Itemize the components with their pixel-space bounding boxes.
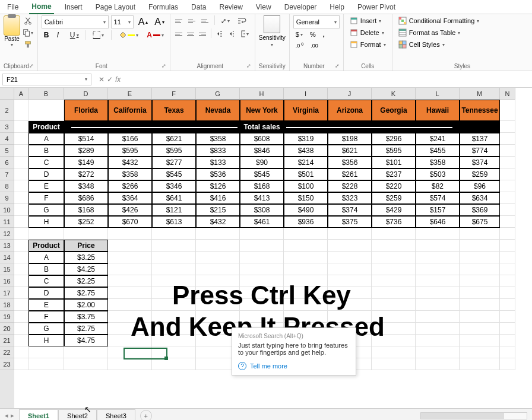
cell-M5[interactable]: $774	[460, 145, 500, 157]
column-header-K[interactable]: K	[372, 88, 416, 100]
cell-J4[interactable]: $198	[328, 133, 372, 145]
cell-D6[interactable]: $149	[64, 157, 108, 168]
cell-E21[interactable]	[108, 335, 152, 346]
cell-L5[interactable]: $455	[416, 145, 460, 157]
column-header-J[interactable]: J	[328, 88, 372, 100]
cell-H10[interactable]: $308	[240, 204, 284, 216]
cell-K20[interactable]	[372, 323, 416, 335]
row-header-18[interactable]: 18	[0, 299, 14, 311]
bold-button[interactable]: B	[42, 30, 51, 40]
cell-G6[interactable]: $133	[196, 157, 240, 168]
cell-F2[interactable]: Texas	[152, 100, 196, 121]
wrap-text-button[interactable]	[235, 15, 249, 26]
cell-H13[interactable]	[240, 240, 284, 252]
cell-H14[interactable]	[240, 252, 284, 263]
cell-G18[interactable]	[196, 299, 240, 311]
cell-G13[interactable]	[196, 240, 240, 252]
tab-home[interactable]: Home	[29, 0, 53, 14]
cell-A5[interactable]	[14, 145, 28, 157]
cell-L23[interactable]	[416, 358, 460, 370]
cell-B10[interactable]: G	[28, 204, 64, 216]
insert-cells-button[interactable]: Insert ▾	[347, 15, 388, 26]
cell-J11[interactable]: $375	[328, 216, 372, 228]
cell-K13[interactable]	[372, 240, 416, 252]
cell-M6[interactable]: $374	[460, 157, 500, 168]
column-header-A[interactable]: A	[14, 88, 28, 100]
cell-F7[interactable]: $545	[152, 168, 196, 180]
cell-A2[interactable]	[14, 100, 28, 121]
cell-K15[interactable]	[372, 263, 416, 275]
new-sheet-button[interactable]: +	[140, 410, 152, 421]
cell-D10[interactable]: $168	[64, 204, 108, 216]
row-header-12[interactable]: 12	[0, 228, 14, 240]
cell-A11[interactable]	[14, 216, 28, 228]
sheet-tab-sheet1[interactable]: Sheet1	[19, 409, 58, 420]
orientation-button[interactable]: ⤢▾	[218, 15, 232, 26]
cell-F14[interactable]	[152, 252, 196, 263]
cell-J2[interactable]: Arizona	[328, 100, 372, 121]
align-left-button[interactable]	[174, 28, 183, 39]
cell-E20[interactable]	[108, 323, 152, 335]
cell-E18[interactable]	[108, 299, 152, 311]
row-header-2[interactable]: 2	[0, 100, 14, 121]
tab-data[interactable]: Data	[189, 1, 208, 14]
cell-H15[interactable]	[240, 263, 284, 275]
cell-F21[interactable]	[152, 335, 196, 346]
cell-G12[interactable]	[196, 228, 240, 240]
cell-G19[interactable]	[196, 311, 240, 323]
cell-I7[interactable]: $501	[284, 168, 328, 180]
row-header-14[interactable]: 14	[0, 252, 14, 263]
decrease-font-button[interactable]: A▾	[152, 15, 166, 28]
cell-M17[interactable]	[460, 287, 500, 299]
column-header-L[interactable]: L	[416, 88, 460, 100]
cell-N11[interactable]	[500, 216, 515, 228]
cell-D13[interactable]: Price	[64, 240, 108, 252]
cell-F5[interactable]: $595	[152, 145, 196, 157]
row-header-3[interactable]: 3	[0, 121, 14, 133]
cell-N19[interactable]	[500, 311, 515, 323]
merge-button[interactable]: ▾	[239, 28, 251, 39]
cell-D14[interactable]: $3.25	[64, 252, 108, 263]
cell-A23[interactable]	[14, 358, 28, 370]
cell-F8[interactable]: $346	[152, 180, 196, 192]
cell-E9[interactable]: $364	[108, 192, 152, 204]
cell-G5[interactable]: $833	[196, 145, 240, 157]
cell-I16[interactable]	[284, 275, 328, 287]
cell-M18[interactable]	[460, 299, 500, 311]
sheet-tab-sheet2[interactable]: Sheet2	[58, 409, 97, 420]
cell-L8[interactable]: $82	[416, 180, 460, 192]
column-header-I[interactable]: I	[284, 88, 328, 100]
cell-K5[interactable]: $595	[372, 145, 416, 157]
conditional-formatting-button[interactable]: Conditional Formatting▾	[396, 15, 528, 26]
cell-N15[interactable]	[500, 263, 515, 275]
fx-icon[interactable]: fx	[115, 75, 121, 84]
cell-K17[interactable]	[372, 287, 416, 299]
cell-G14[interactable]	[196, 252, 240, 263]
row-header-16[interactable]: 16	[0, 275, 14, 287]
cell-J12[interactable]	[328, 228, 372, 240]
align-right-button[interactable]	[198, 28, 207, 39]
cell-H2[interactable]: New York	[240, 100, 284, 121]
cell-B11[interactable]: H	[28, 216, 64, 228]
cell-N12[interactable]	[500, 228, 515, 240]
cell-I17[interactable]	[284, 287, 328, 299]
cell-G9[interactable]: $416	[196, 192, 240, 204]
cell-L10[interactable]: $157	[416, 204, 460, 216]
cell-N2[interactable]	[500, 100, 515, 121]
cell-E11[interactable]: $670	[108, 216, 152, 228]
row-header-20[interactable]: 20	[0, 323, 14, 335]
cell-L6[interactable]: $358	[416, 157, 460, 168]
cell-I11[interactable]: $936	[284, 216, 328, 228]
align-top-button[interactable]	[174, 15, 185, 26]
cell-M15[interactable]	[460, 263, 500, 275]
cell-L21[interactable]	[416, 335, 460, 346]
cell-M8[interactable]: $96	[460, 180, 500, 192]
tab-help[interactable]: Help	[327, 1, 347, 14]
cell-G10[interactable]: $215	[196, 204, 240, 216]
cell-B22[interactable]	[28, 346, 64, 358]
name-box[interactable]: F21▾	[2, 74, 91, 85]
align-bottom-button[interactable]	[200, 15, 211, 26]
formula-input[interactable]	[125, 74, 532, 85]
increase-decimal-button[interactable]: .0⁰	[293, 40, 306, 50]
cell-M10[interactable]: $369	[460, 204, 500, 216]
